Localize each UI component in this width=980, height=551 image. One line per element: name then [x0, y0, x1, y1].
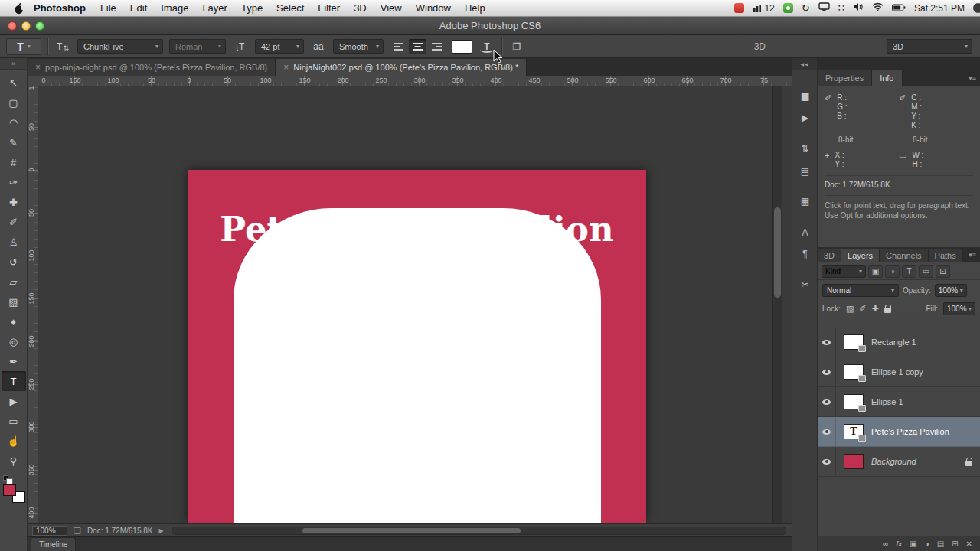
- tab-properties[interactable]: Properties: [818, 70, 872, 86]
- collapse-toolbar-icon[interactable]: »: [0, 58, 27, 70]
- chart-menubar-icon[interactable]: 12: [753, 3, 774, 14]
- document-canvas[interactable]: Pete's Pizza Pavilion: [188, 170, 646, 523]
- display-icon[interactable]: [818, 2, 830, 14]
- styles-panel-icon[interactable]: ▤: [795, 162, 815, 180]
- menu-item[interactable]: File: [93, 2, 123, 14]
- layer-style-icon[interactable]: fx: [896, 540, 902, 548]
- link-layers-icon[interactable]: ∞: [883, 540, 888, 548]
- scissors-panel-icon[interactable]: ✂: [795, 276, 815, 293]
- tool-preset-picker[interactable]: T ▾: [6, 38, 41, 55]
- menu-item[interactable]: Help: [458, 2, 492, 14]
- text-layer-thumbnail[interactable]: T: [844, 424, 864, 439]
- actions-panel-icon[interactable]: ▶: [795, 109, 815, 126]
- filter-type-layers-icon[interactable]: T: [902, 265, 916, 278]
- layer-row-ellipse-1-copy[interactable]: Ellipse 1 copy: [818, 357, 980, 387]
- move-tool[interactable]: ↖: [2, 73, 26, 93]
- lock-position-icon[interactable]: ✚: [872, 304, 879, 314]
- menu-item[interactable]: Filter: [311, 2, 347, 14]
- window-titlebar[interactable]: Adobe Photoshop CS6: [0, 17, 980, 35]
- zoom-tool[interactable]: ⚲: [2, 451, 26, 471]
- panel-menu-icon[interactable]: ▾≡: [969, 74, 976, 82]
- panel-menu-icon[interactable]: ▾≡: [969, 251, 976, 259]
- menu-item[interactable]: Layer: [195, 2, 234, 14]
- align-center-button[interactable]: [409, 39, 426, 54]
- vertical-scrollbar-thumb[interactable]: [774, 207, 781, 298]
- menu-item[interactable]: Window: [409, 2, 458, 14]
- minimize-window-button[interactable]: [21, 21, 31, 31]
- status-options-arrow-icon[interactable]: ▶: [158, 527, 163, 534]
- volume-icon[interactable]: [853, 2, 864, 14]
- hand-tool[interactable]: ☝: [2, 431, 26, 451]
- blur-tool[interactable]: ♦: [2, 311, 26, 331]
- layer-row-petes-pizza-pavilion[interactable]: T Pete's Pizza Pavilion: [818, 417, 980, 447]
- menubar-extra-icon[interactable]: [973, 3, 980, 13]
- filter-adjustment-layers-icon[interactable]: ◑: [885, 265, 900, 278]
- crop-tool[interactable]: #: [2, 152, 26, 172]
- close-tab-icon[interactable]: ×: [283, 62, 289, 73]
- zoom-window-button[interactable]: [35, 21, 44, 31]
- dodge-tool[interactable]: ◎: [2, 331, 26, 351]
- paragraph-panel-icon[interactable]: ¶: [795, 245, 815, 262]
- foreground-color-swatch[interactable]: [3, 484, 16, 496]
- toggle-panels-icon[interactable]: ❐: [508, 39, 525, 54]
- text-orientation-icon[interactable]: T⇅: [54, 39, 71, 54]
- layer-row-ellipse-1[interactable]: Ellipse 1: [818, 387, 980, 417]
- menu-item[interactable]: Edit: [123, 2, 154, 14]
- background-layer-thumbnail[interactable]: [844, 454, 864, 469]
- tab-paths[interactable]: Paths: [929, 249, 963, 262]
- vertical-ruler[interactable]: 10050050100150200250300350400: [28, 86, 38, 523]
- battery-icon[interactable]: [892, 3, 906, 14]
- add-layer-mask-icon[interactable]: ▣: [910, 540, 916, 548]
- opacity-field[interactable]: 100% ▾: [935, 284, 967, 297]
- blend-mode-select[interactable]: Normal ▾: [822, 284, 899, 297]
- red-app-menubar-icon[interactable]: [734, 3, 744, 13]
- default-colors-icon[interactable]: [3, 475, 8, 481]
- close-tab-icon[interactable]: ×: [35, 62, 41, 73]
- workspace-switcher[interactable]: 3D ▾: [887, 39, 972, 54]
- history-brush-tool[interactable]: ↺: [2, 252, 26, 272]
- lock-all-icon[interactable]: [884, 308, 891, 313]
- close-window-button[interactable]: [8, 21, 17, 31]
- canvas-viewport[interactable]: 10050050100150200250300350400 Pete's Piz…: [28, 86, 792, 523]
- gradient-tool[interactable]: ▨: [2, 292, 26, 311]
- menu-item[interactable]: View: [374, 2, 409, 14]
- healing-brush-tool[interactable]: ✚: [2, 192, 26, 212]
- histogram-panel-icon[interactable]: ▆: [795, 86, 815, 104]
- clone-stamp-tool[interactable]: ♙: [2, 232, 26, 252]
- tab-layers[interactable]: Layers: [841, 249, 880, 262]
- visibility-eye-icon[interactable]: [818, 417, 836, 446]
- horizontal-scrollbar-thumb[interactable]: [302, 528, 521, 533]
- ruler-corner[interactable]: [28, 76, 38, 86]
- page-status-icon[interactable]: ❏: [74, 526, 81, 536]
- quick-selection-tool[interactable]: ✎: [2, 132, 26, 152]
- menubar-clock[interactable]: Sat 2:51 PM: [914, 3, 965, 14]
- filter-pixel-layers-icon[interactable]: ▣: [868, 265, 883, 278]
- layer-row-background[interactable]: Background: [818, 447, 980, 477]
- green-app-menubar-icon[interactable]: [783, 3, 793, 13]
- filter-kind-select[interactable]: Kind ▾: [822, 265, 866, 278]
- tab-channels[interactable]: Channels: [880, 249, 928, 262]
- text-color-swatch[interactable]: [452, 40, 472, 54]
- apple-menu-icon[interactable]: [14, 2, 24, 15]
- layer-row-rectangle-1[interactable]: Rectangle 1: [818, 328, 980, 357]
- time-machine-icon[interactable]: ↻: [802, 3, 810, 13]
- new-adjustment-layer-icon[interactable]: ◑: [925, 540, 929, 548]
- brush-tool[interactable]: ✐: [2, 212, 26, 232]
- lock-transparent-pixels-icon[interactable]: ▨: [846, 304, 854, 314]
- eyedropper-tool[interactable]: ✑: [2, 172, 26, 192]
- swatches-panel-icon[interactable]: ▦: [795, 192, 815, 210]
- menu-item[interactable]: Select: [270, 2, 311, 14]
- font-family-select[interactable]: ChunkFive ▾: [77, 39, 163, 54]
- horizontal-scrollbar[interactable]: [172, 527, 786, 535]
- delete-layer-icon[interactable]: ✕: [966, 540, 972, 548]
- horizontal-ruler[interactable]: 0150100500501001502002503003504004505005…: [28, 76, 792, 86]
- tool-presets-panel-icon[interactable]: ⇅: [795, 139, 815, 157]
- menu-item[interactable]: 3D: [347, 2, 374, 14]
- layer-thumbnail[interactable]: [844, 364, 864, 380]
- filter-shape-layers-icon[interactable]: ▭: [919, 265, 933, 278]
- align-left-button[interactable]: [390, 39, 407, 54]
- rectangle-tool[interactable]: ▭: [2, 411, 26, 431]
- eraser-tool[interactable]: ▱: [2, 272, 26, 292]
- vertical-scrollbar[interactable]: [772, 86, 782, 523]
- pen-tool[interactable]: ✒: [2, 351, 26, 371]
